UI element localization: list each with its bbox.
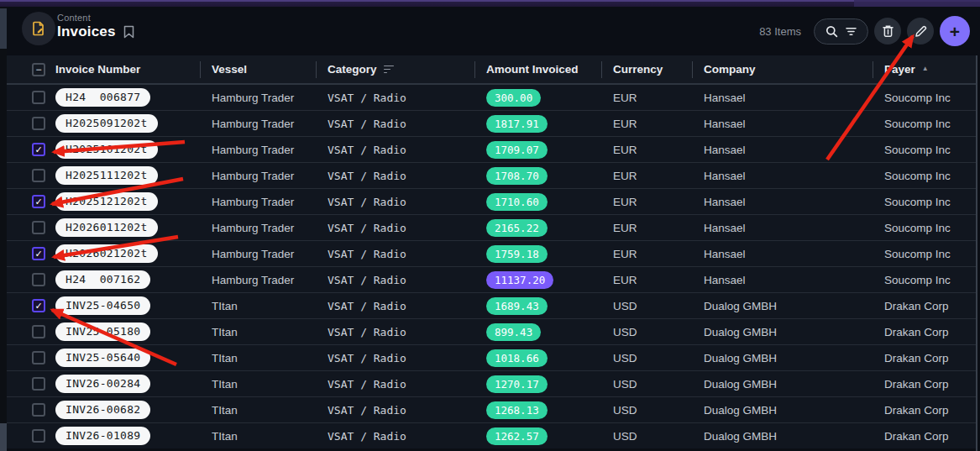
invoice-number-cell: INV25-05180 [55, 323, 212, 341]
row-checkbox[interactable] [32, 169, 45, 182]
breadcrumb: Content [57, 13, 134, 23]
row-checkbox[interactable] [32, 117, 45, 130]
delete-button[interactable] [874, 18, 901, 45]
row-checkbox[interactable] [32, 221, 45, 234]
table-row[interactable]: INV25-05180TItanVSAT / Radio899.43USDDua… [7, 318, 977, 344]
category-cell: VSAT / Radio [328, 378, 486, 391]
column-header-currency[interactable]: Currency [613, 63, 704, 76]
row-checkbox[interactable] [32, 377, 45, 391]
top-accent-bar-segment [854, 0, 980, 7]
table-row[interactable]: H24 006877Hamburg TraderVSAT / Radio300.… [7, 84, 977, 110]
table-row[interactable]: ✓H2026021202tHamburg TraderVSAT / Radio1… [7, 240, 977, 266]
amount-invoiced-cell: 1759.18 [486, 245, 613, 263]
select-all-cell: − [32, 63, 55, 76]
amount-invoiced-cell: 1689.43 [486, 297, 613, 315]
column-header-company[interactable]: Company [704, 63, 884, 76]
payer-cell: Soucomp Inc [884, 170, 977, 182]
invoice-number-cell: INV25-05640 [55, 349, 212, 367]
bookmark-icon[interactable] [123, 25, 134, 39]
amount-invoiced-cell: 11137.20 [486, 271, 613, 289]
category-cell: VSAT / Radio [328, 300, 486, 312]
row-checkbox-cell: ✓ [32, 195, 55, 208]
table-row[interactable]: ✓H2025101202tHamburg TraderVSAT / Radio1… [7, 136, 977, 162]
currency-cell: EUR [613, 274, 704, 286]
amount-badge: 1262.57 [486, 427, 548, 445]
currency-cell: USD [613, 352, 704, 364]
amount-badge: 1268.13 [486, 401, 548, 419]
row-checkbox[interactable]: ✓ [32, 247, 45, 260]
row-checkbox-cell [32, 429, 55, 443]
column-header-amount-invoiced[interactable]: Amount Invoiced [486, 63, 613, 76]
amount-badge: 2165.22 [486, 219, 548, 237]
edit-button[interactable] [907, 18, 934, 45]
table-row[interactable]: H2026011202tHamburg TraderVSAT / Radio21… [7, 214, 977, 240]
select-all-checkbox[interactable]: − [32, 63, 45, 76]
vessel-cell: Hamburg Trader [212, 274, 328, 286]
page-header: Content Invoices 83 Items [7, 7, 980, 55]
vessel-cell: Hamburg Trader [212, 118, 328, 130]
table-row[interactable]: ✓INV25-04650TItanVSAT / Radio1689.43USDD… [7, 292, 977, 318]
row-checkbox[interactable] [32, 273, 45, 286]
table-row[interactable]: INV26-01089TItanVSAT / Radio1262.57USDDu… [7, 422, 977, 448]
row-checkbox[interactable] [32, 91, 45, 104]
row-checkbox-cell: ✓ [32, 299, 55, 312]
invoice-number-cell: INV26-00682 [55, 401, 212, 419]
table-header-row: − Invoice Number Vessel Category Amount … [7, 55, 977, 84]
category-filter-icon[interactable] [384, 66, 394, 74]
add-invoice-button[interactable]: + [940, 16, 970, 46]
row-checkbox[interactable] [32, 325, 45, 338]
amount-invoiced-cell: 1817.91 [486, 115, 613, 133]
table-row[interactable]: H24 007162Hamburg TraderVSAT / Radio1113… [7, 266, 977, 292]
invoice-number-pill: H2025121202t [55, 192, 158, 211]
amount-invoiced-cell: 1708.70 [486, 167, 613, 185]
invoice-number-cell: INV26-00284 [55, 375, 212, 393]
invoice-number-cell: INV25-04650 [55, 296, 212, 315]
row-checkbox[interactable] [32, 429, 45, 443]
search-filter-button[interactable] [814, 18, 868, 45]
row-checkbox[interactable]: ✓ [32, 195, 45, 208]
payer-cell: Soucomp Inc [884, 144, 977, 156]
table-row[interactable]: INV25-05640TItanVSAT / Radio1018.66USDDu… [7, 344, 977, 370]
left-strip-thumb-bottom [0, 423, 7, 451]
vessel-cell: Hamburg Trader [212, 222, 328, 234]
company-cell: Hansael [704, 222, 884, 234]
company-cell: Hansael [704, 118, 884, 130]
invoice-number-cell: H2025111202t [55, 166, 212, 185]
row-checkbox[interactable]: ✓ [32, 143, 45, 156]
row-checkbox[interactable] [32, 403, 45, 417]
column-header-invoice-number[interactable]: Invoice Number [55, 63, 212, 76]
payer-cell: Soucomp Inc [884, 248, 977, 260]
payer-cell: Soucomp Inc [884, 222, 977, 234]
table-row[interactable]: H2025091202tHamburg TraderVSAT / Radio18… [7, 110, 977, 136]
invoice-number-cell: H2025121202t [55, 192, 212, 211]
table-row[interactable]: INV26-00284TItanVSAT / Radio1270.17USDDu… [7, 370, 977, 396]
company-cell: Dualog GMBH [704, 430, 884, 443]
row-checkbox[interactable]: ✓ [32, 299, 45, 312]
amount-badge: 1817.91 [486, 115, 548, 133]
table-row[interactable]: H2025111202tHamburg TraderVSAT / Radio17… [7, 162, 977, 188]
payer-cell: Drakan Corp [884, 352, 977, 364]
pencil-icon [914, 25, 927, 38]
currency-cell: USD [613, 404, 704, 417]
row-checkbox[interactable] [32, 351, 45, 364]
vessel-cell: TItan [212, 352, 328, 364]
column-header-category[interactable]: Category [328, 63, 486, 76]
invoice-number-pill: INV26-00284 [55, 375, 150, 393]
company-cell: Hansael [704, 92, 884, 104]
column-header-vessel[interactable]: Vessel [212, 63, 328, 76]
category-cell: VSAT / Radio [328, 248, 486, 260]
content-avatar [22, 12, 55, 45]
sort-asc-icon[interactable]: ▲ [922, 65, 929, 72]
table-row[interactable]: ✓H2025121202tHamburg TraderVSAT / Radio1… [7, 188, 977, 214]
vessel-cell: TItan [212, 378, 328, 391]
invoice-number-pill: INV25-04650 [55, 296, 150, 315]
page-title: Invoices [57, 24, 116, 40]
left-scroll-strip[interactable] [0, 7, 7, 451]
header-toolbar: 83 Items [759, 14, 970, 48]
column-header-payer[interactable]: Payer ▲ [884, 63, 977, 76]
amount-badge: 1018.66 [486, 349, 548, 367]
amount-badge: 1709.07 [486, 141, 548, 159]
amount-invoiced-cell: 1710.60 [486, 193, 613, 211]
top-accent-bar [0, 0, 980, 7]
table-row[interactable]: INV26-00682TItanVSAT / Radio1268.13USDDu… [7, 396, 977, 422]
